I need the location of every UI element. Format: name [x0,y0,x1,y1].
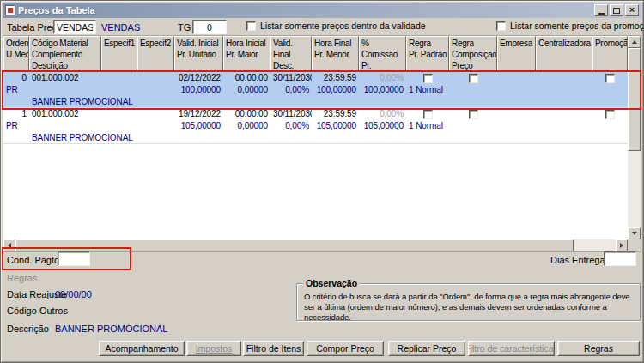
dias-entrega-label: Dias Entrega [550,255,605,265]
app-icon [5,5,15,15]
ordem-cell: 1 [3,108,29,120]
column-header-valid-final: Valid. Final Desc. Max. Permitido [270,36,312,72]
regras-button[interactable]: Regras [557,341,640,356]
table-row[interactable]: 0 001.000.002 02/12/2022 00:00:00 30/11/… [3,72,628,108]
column-header-comissao: % Comissão Pr. Desconto [359,36,406,72]
column-header-ordem: Ordem U.Med. [3,36,29,72]
column-header-valid-inicial: Valid. Inicial Pr. Unitário [174,36,223,72]
horizontal-scrollbar-thumb[interactable] [15,239,574,251]
valid-final-cell: 30/11/2030 [270,72,312,84]
filter-validade-checkbox[interactable] [246,21,256,31]
regra-composicao-checkbox[interactable] [469,110,478,119]
scroll-right-button[interactable] [616,239,628,251]
dias-entrega-input[interactable] [604,251,636,266]
column-header-empresa: Empresa [497,36,536,72]
hora-final-cell: 23:59:59 [312,108,359,120]
arrow-up-icon [632,40,637,44]
maximize-button[interactable] [610,4,623,16]
cond-pagto-input[interactable] [58,251,90,266]
minimize-button[interactable] [594,4,608,16]
price-grid: Ordem U.Med. Código Material Complemento… [3,36,641,251]
horizontal-scrollbar[interactable] [3,239,628,251]
tg-label: TG [178,22,191,33]
pr-maior-cell: 0,00000 [223,84,270,96]
cond-pagto-label: Cond. Pagto. [7,255,62,265]
replicar-preco-button[interactable]: Replicar Preço [388,341,465,356]
button-label: Impostos [196,343,233,354]
column-header-hora-final: Hora Final Pr. Menor [312,36,359,72]
codigo-material-cell: 001.000.002 [29,108,101,120]
descricao-label: Descrição [7,324,49,334]
data-reajuste-value: 00/00/00 [55,289,92,299]
regra-cell: 1 Normal [406,84,497,96]
price-grid-content: Ordem U.Med. Código Material Complemento… [3,36,628,239]
hora-final-cell: 23:59:59 [312,72,359,84]
arrow-down-icon [632,232,637,235]
promocao-checkbox[interactable] [605,110,615,119]
descricao-cell: BANNER PROMOCIONAL [29,132,136,144]
umed-cell: PR [3,84,29,96]
vertical-scrollbar-thumb[interactable] [628,48,641,151]
umed-cell: PR [3,120,29,132]
filter-promocao-row[interactable]: Listar somente preços da promoção [496,21,644,31]
button-label: Replicar Preço [398,343,457,354]
comissao-cell: 0,00% [359,72,406,84]
valid-inicial-cell: 19/12/2022 [174,108,223,120]
compor-preco-button[interactable]: Compor Preço [307,341,384,356]
tabela-preco-name: VENDAS [101,22,140,33]
codigo-material-cell: 001.000.002 [29,72,101,84]
table-row[interactable]: 1 001.000.002 19/12/2022 00:00:00 30/11/… [3,108,628,144]
button-label: Acompanhamento [105,343,178,354]
column-header-codigo-material: Código Material Complemento Descrição [29,36,101,72]
pricing-window: Preços da Tabela × Tabela Preço VENDAS T… [0,0,644,363]
promocao-checkbox[interactable] [605,74,615,83]
regra-padrao-checkbox[interactable] [423,110,433,119]
column-header-centralizadora: Centralizadora [536,36,592,72]
valid-inicial-cell: 02/12/2022 [174,72,223,84]
observacao-title: Observação [303,278,360,288]
vertical-scrollbar[interactable] [628,36,641,239]
scrollbar-corner [628,239,641,251]
column-header-especif1: Especif1 [101,36,137,72]
scroll-down-button[interactable] [628,227,641,239]
filter-promocao-checkbox[interactable] [496,21,506,31]
column-header-especif2: Especif2 [137,36,174,72]
regras-section-label: Regras [7,273,37,283]
scroll-up-button[interactable] [628,36,641,48]
hora-inicial-cell: 00:00:00 [223,108,270,120]
regra-composicao-checkbox[interactable] [469,74,478,83]
title-bar[interactable]: Preços da Tabela × [3,3,641,18]
button-label: Compor Preço [316,343,374,354]
pr-unitario-cell: 105,00000 [174,120,223,132]
desc-max-cell: 0,00% [270,120,312,132]
descricao-cell: BANNER PROMOCIONAL [29,96,136,108]
tg-input[interactable] [192,20,227,34]
window-title: Preços da Tabela [18,5,592,15]
close-icon: × [629,5,635,15]
pr-maior-cell: 0,00000 [223,120,270,132]
button-label: Filtro de características [468,343,555,354]
tabela-preco-input[interactable] [53,20,96,34]
filtro-de-itens-button[interactable]: Filtro de Itens [243,341,304,356]
regra-padrao-checkbox[interactable] [423,74,433,83]
filtro-de-caracteristicas-button: Filtro de características [468,341,555,356]
button-label: Filtro de Itens [246,343,301,354]
observacao-groupbox: Observação O critério de busca se dará a… [296,283,641,321]
maximize-icon [613,8,620,14]
filter-validade-row[interactable]: Listar somente preços dentro da validade [246,21,426,31]
column-header-regra-padrao: Regra Pr. Padrão [406,36,449,72]
scroll-left-button[interactable] [3,239,15,251]
acompanhamento-button[interactable]: Acompanhamento [99,341,185,356]
close-button[interactable]: × [625,4,639,16]
impostos-button: Impostos [186,341,241,356]
hora-inicial-cell: 00:00:00 [223,72,270,84]
column-header-regra-composicao: Regra Composição Preço [449,36,497,72]
filter-promocao-label: Listar somente preços da promoção [510,21,644,31]
arrow-right-icon [620,243,623,248]
observacao-text: O critério de busca se dará a partir da … [297,284,640,323]
pr-unitario-cell: 100,00000 [174,84,223,96]
desc-max-cell: 0,00% [270,84,312,96]
minimize-icon [598,13,605,15]
codigo-outros-label: Código Outros [7,306,68,316]
pr-menor-cell: 100,00000 [312,84,359,96]
